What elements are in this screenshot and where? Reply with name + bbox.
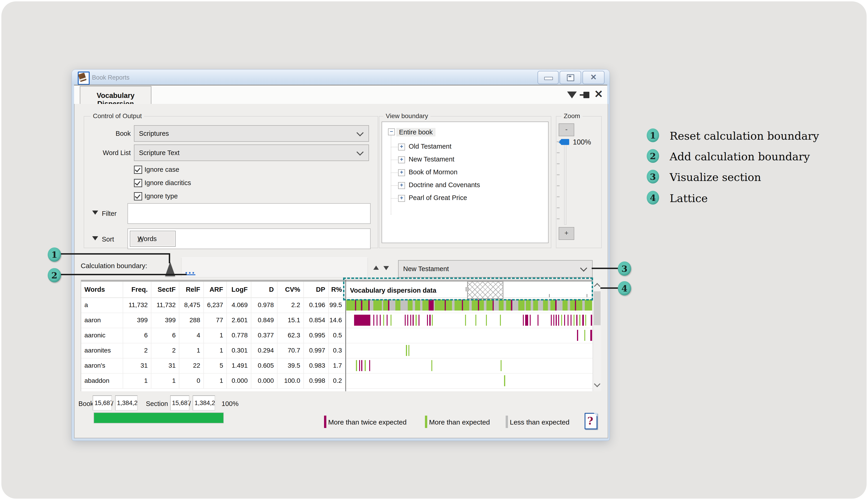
dispersion-segment bbox=[562, 299, 567, 310]
wordlist-dropdown[interactable]: Scripture Text bbox=[134, 145, 369, 161]
tree-item-entire-book[interactable]: Entire book bbox=[396, 128, 435, 136]
dispersion-segment bbox=[427, 315, 428, 326]
callout-circle-3: 3 bbox=[618, 261, 631, 276]
annotation-number: 3 bbox=[647, 170, 659, 183]
cell: abaddon bbox=[81, 373, 123, 388]
zoom-slider-handle[interactable] bbox=[561, 139, 569, 145]
expand-expander-icon[interactable]: + bbox=[398, 195, 405, 202]
book-dropdown[interactable]: Scriptures bbox=[134, 125, 369, 142]
section-up-icon[interactable] bbox=[373, 265, 379, 270]
dispersion-segment bbox=[465, 315, 466, 326]
table-row[interactable]: aaronites22110.3010.29470.70.9970.3 bbox=[81, 343, 601, 359]
tree-guide bbox=[391, 160, 398, 160]
section-combo[interactable]: New Testament bbox=[398, 260, 593, 277]
tree-item-doctrine-and-covenants[interactable]: Doctrine and Covenants bbox=[409, 181, 480, 189]
add-calc-boundary-link[interactable]: ... bbox=[185, 268, 195, 272]
dispersion-segment bbox=[373, 299, 382, 310]
scroll-up-icon[interactable] bbox=[594, 283, 601, 289]
column-header-freq[interactable]: Freq. bbox=[123, 282, 151, 297]
callout-line-2 bbox=[60, 274, 187, 275]
tree-item-pearl-of-great-price[interactable]: Pearl of Great Price bbox=[409, 194, 467, 202]
section-total-input[interactable]: 1,384,233 bbox=[193, 395, 215, 411]
column-header-d[interactable]: D bbox=[251, 282, 277, 297]
scrollbar-thumb[interactable] bbox=[594, 291, 601, 325]
annotation-label: Reset calculation boundary bbox=[670, 129, 819, 142]
column-header-logf[interactable]: LogF bbox=[227, 282, 251, 297]
tree-item-book-of-mormon[interactable]: Book of Mormon bbox=[409, 168, 457, 176]
cell: 1 bbox=[151, 373, 179, 388]
ignore-diacritics-checkbox[interactable] bbox=[134, 179, 142, 187]
table-row[interactable]: aaronic66410.7780.37762.30.9950.5 bbox=[81, 328, 601, 343]
callout-circle-4: 4 bbox=[618, 281, 631, 295]
zoom-out-button[interactable]: - bbox=[559, 123, 574, 136]
cell: 1 bbox=[179, 343, 204, 358]
dispersion-segment bbox=[487, 299, 493, 310]
pin-icon[interactable] bbox=[580, 91, 591, 99]
filter-collapse-icon[interactable] bbox=[92, 211, 98, 215]
titlebar[interactable]: Book Reports ✕ bbox=[72, 69, 609, 86]
tree-item-new-testament[interactable]: New Testament bbox=[409, 156, 454, 163]
zoom-value: 100% bbox=[573, 138, 591, 146]
close-icon: ✕ bbox=[590, 72, 597, 82]
section-down-icon[interactable] bbox=[384, 266, 389, 270]
column-header-cv[interactable]: CV% bbox=[277, 282, 304, 297]
table-row[interactable]: abaddon11010.0000.000100.00.9980.2 bbox=[81, 373, 601, 389]
sort-words-chip[interactable]: Words △ bbox=[130, 231, 176, 247]
dispersion-segment bbox=[452, 299, 455, 310]
dispersion-segment bbox=[558, 315, 559, 326]
zoom-tick bbox=[557, 196, 560, 197]
dispersion-segment bbox=[579, 315, 580, 326]
expand-expander-icon[interactable]: + bbox=[398, 182, 405, 189]
book-dropdown-value: Scriptures bbox=[139, 130, 169, 137]
filter-input[interactable] bbox=[127, 203, 370, 224]
dispersion-segment bbox=[584, 330, 585, 341]
cell: 399 bbox=[151, 312, 179, 328]
tree-item-old-testament[interactable]: Old Testament bbox=[409, 143, 451, 150]
column-header-relf[interactable]: RelF bbox=[179, 282, 204, 297]
column-header-sectf[interactable]: SectF bbox=[151, 282, 179, 297]
minus-icon: - bbox=[565, 125, 568, 133]
column-header-words[interactable]: Words bbox=[81, 282, 123, 297]
dispersion-segment bbox=[359, 360, 360, 371]
help-icon[interactable]: ? bbox=[584, 413, 597, 429]
ignore-type-checkbox[interactable] bbox=[134, 192, 142, 201]
collapse-expander-icon[interactable]: − bbox=[388, 128, 395, 135]
zoom-tick bbox=[557, 218, 560, 219]
ignore-case-checkbox[interactable] bbox=[134, 166, 142, 174]
column-header-dp[interactable]: DP bbox=[304, 282, 329, 297]
close-button[interactable]: ✕ bbox=[582, 71, 605, 84]
tab-vocabulary-dispersion[interactable]: Vocabulary Dispersion bbox=[80, 86, 151, 105]
tab-menu-dropdown-icon[interactable] bbox=[567, 91, 577, 99]
dispersion-segment bbox=[564, 315, 565, 326]
dispersion-segment bbox=[476, 315, 476, 326]
minimize-button[interactable] bbox=[538, 71, 559, 84]
vertical-scrollbar[interactable] bbox=[593, 280, 601, 391]
dispersion-segment bbox=[582, 315, 584, 326]
cell: 0.377 bbox=[251, 328, 277, 343]
book-count-input[interactable]: 15,687 bbox=[93, 395, 112, 411]
sort-collapse-icon[interactable] bbox=[92, 236, 98, 240]
table-row[interactable]: aaron's31312251.4910.60539.50.9831.7 bbox=[81, 358, 601, 374]
scroll-down-icon[interactable] bbox=[594, 381, 601, 387]
restore-button[interactable] bbox=[560, 71, 581, 84]
book-total-input[interactable]: 1,384,233 bbox=[115, 395, 138, 411]
tab-close-icon[interactable]: ✕ bbox=[594, 90, 603, 98]
column-header-arf[interactable]: ARF bbox=[204, 282, 227, 297]
filter-label: Filter bbox=[102, 210, 116, 217]
zoom-in-button[interactable]: + bbox=[559, 227, 574, 240]
zoom-slider-track[interactable] bbox=[564, 144, 567, 225]
cell: 1 bbox=[123, 373, 151, 388]
expand-expander-icon[interactable]: + bbox=[398, 157, 405, 163]
dispersion-segment bbox=[406, 345, 407, 356]
expand-expander-icon[interactable]: + bbox=[398, 169, 405, 176]
cell: 0.5 bbox=[329, 328, 346, 343]
dispersion-bar bbox=[346, 330, 592, 341]
zoom-tick bbox=[557, 152, 560, 153]
cell: 2.2 bbox=[277, 297, 304, 312]
calc-boundary-field[interactable] bbox=[181, 257, 368, 277]
table-row[interactable]: aaron399399288772.6010.84915.10.85414.6 bbox=[81, 312, 601, 328]
section-count-input[interactable]: 15,687 bbox=[170, 395, 190, 411]
cell: 4 bbox=[179, 328, 204, 343]
dispersion-segment bbox=[472, 299, 478, 310]
expand-expander-icon[interactable]: + bbox=[398, 144, 405, 150]
